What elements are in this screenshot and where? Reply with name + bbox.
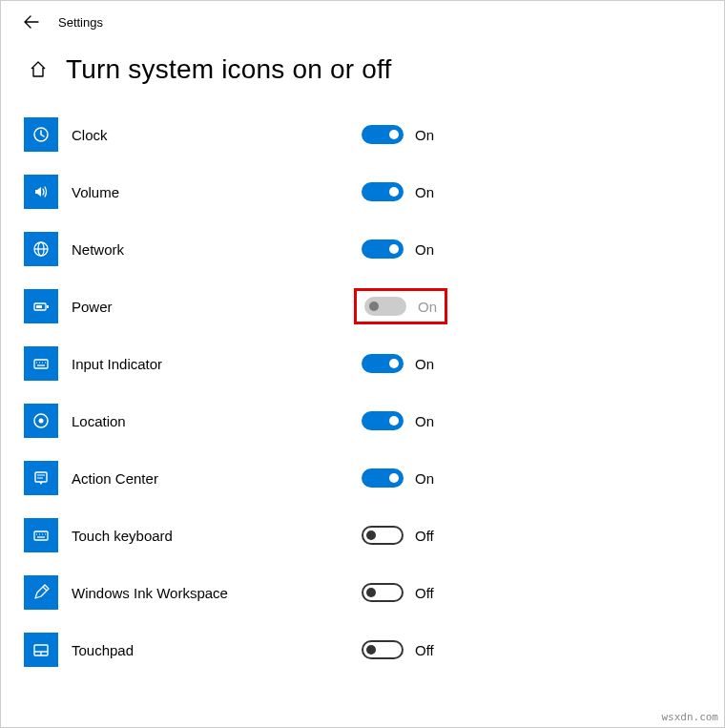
watermark: wsxdn.com (661, 711, 718, 723)
back-arrow-icon (24, 14, 39, 30)
toggle-state-action: On (415, 470, 434, 487)
toggle-group-ink: Off (354, 577, 442, 608)
power-icon (24, 289, 58, 323)
toggle-state-clock: On (415, 127, 434, 143)
toggle-group-power: On (354, 288, 447, 324)
svg-rect-7 (34, 360, 48, 368)
label-input: Input Indicator (58, 356, 354, 372)
toggle-state-volume: On (415, 184, 434, 200)
toggle-group-location: On (354, 406, 442, 436)
app-title: Settings (58, 15, 103, 30)
label-touchkb: Touch keyboard (58, 528, 354, 544)
label-power: Power (58, 299, 354, 315)
row-power: PowerOn (24, 278, 724, 335)
touchkb-icon (24, 518, 58, 552)
label-network: Network (58, 241, 354, 258)
toggle-volume[interactable] (362, 182, 404, 201)
label-volume: Volume (58, 184, 354, 200)
toggle-group-action: On (354, 463, 442, 493)
toggle-state-touchpad: Off (415, 642, 434, 658)
title-bar: Settings (1, 1, 724, 43)
system-icons-list: ClockOnVolumeOnNetworkOnPowerOnInput Ind… (1, 106, 724, 678)
row-touchkb: Touch keyboardOff (24, 507, 724, 564)
label-touchpad: Touchpad (58, 642, 354, 658)
toggle-input[interactable] (362, 354, 404, 373)
page-header: Turn system icons on or off (1, 43, 724, 106)
back-button[interactable] (22, 12, 41, 31)
svg-rect-6 (36, 305, 42, 308)
toggle-state-network: On (415, 241, 434, 258)
toggle-state-power: On (418, 299, 437, 315)
svg-rect-5 (47, 305, 49, 308)
toggle-group-network: On (354, 234, 442, 264)
action-icon (24, 461, 58, 495)
toggle-action[interactable] (362, 468, 404, 488)
clock-icon (24, 117, 58, 152)
label-location: Location (58, 413, 354, 429)
input-icon (24, 346, 58, 381)
toggle-state-input: On (415, 356, 434, 372)
toggle-state-ink: Off (415, 585, 434, 601)
toggle-touchpad[interactable] (362, 640, 404, 659)
home-icon (29, 60, 48, 79)
svg-rect-15 (35, 472, 47, 482)
row-clock: ClockOn (24, 106, 724, 163)
label-clock: Clock (58, 127, 354, 143)
svg-line-24 (43, 587, 47, 591)
ink-icon (24, 575, 58, 610)
toggle-location[interactable] (362, 411, 404, 430)
volume-icon (24, 175, 58, 209)
toggle-group-input: On (354, 348, 442, 379)
network-icon (24, 232, 58, 266)
toggle-clock[interactable] (362, 125, 404, 144)
toggle-network[interactable] (362, 239, 404, 259)
svg-point-14 (39, 419, 44, 424)
home-button[interactable] (28, 59, 49, 80)
toggle-power (364, 297, 406, 316)
toggle-group-touchpad: Off (354, 634, 442, 665)
toggle-group-touchkb: Off (354, 520, 442, 551)
row-action: Action CenterOn (24, 449, 724, 507)
row-ink: Windows Ink WorkspaceOff (24, 564, 724, 621)
svg-rect-18 (34, 531, 48, 540)
row-volume: VolumeOn (24, 163, 724, 220)
location-icon (24, 404, 58, 438)
toggle-state-location: On (415, 413, 434, 429)
row-location: LocationOn (24, 392, 724, 449)
row-touchpad: TouchpadOff (24, 621, 724, 678)
toggle-group-volume: On (354, 177, 442, 207)
toggle-touchkb[interactable] (362, 526, 404, 545)
toggle-ink[interactable] (362, 583, 404, 602)
page-title: Turn system icons on or off (66, 54, 392, 85)
row-input: Input IndicatorOn (24, 335, 724, 392)
toggle-state-touchkb: Off (415, 528, 434, 544)
touchpad-icon (24, 633, 58, 667)
label-ink: Windows Ink Workspace (58, 585, 354, 601)
toggle-group-clock: On (354, 119, 442, 150)
row-network: NetworkOn (24, 220, 724, 278)
label-action: Action Center (58, 470, 354, 487)
